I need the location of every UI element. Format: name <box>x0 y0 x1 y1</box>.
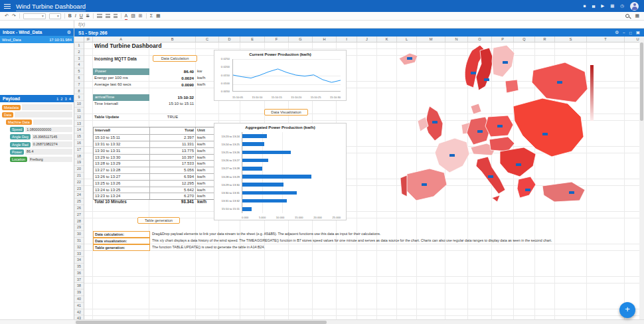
row-header[interactable]: 40 <box>74 296 84 303</box>
payload-tree-item[interactable]: Angle Rad 0.26871982274 <box>0 141 74 148</box>
row-header[interactable]: 14 <box>74 127 84 133</box>
column-header[interactable]: H <box>313 37 337 42</box>
payload-key-chip[interactable]: Power <box>10 149 24 155</box>
align-left-button[interactable] <box>97 14 102 18</box>
column-header[interactable]: S <box>555 37 587 42</box>
sheet-settings-gear-icon[interactable]: ⚙ <box>615 30 619 35</box>
depth-button[interactable]: 1 <box>56 97 58 101</box>
row-header[interactable]: 9 <box>74 94 84 101</box>
column-header[interactable]: A <box>93 37 149 42</box>
row-header[interactable]: 29 <box>74 224 84 231</box>
align-right-button[interactable] <box>114 14 118 18</box>
payload-key-chip[interactable]: Metadata <box>2 105 21 110</box>
strikethrough-button[interactable]: S <box>86 12 90 20</box>
column-header[interactable]: Q <box>514 37 535 42</box>
stop-icon[interactable]: ■ <box>584 0 586 12</box>
row-header[interactable]: 35 <box>74 264 84 270</box>
fill-color-button[interactable]: ▨ <box>131 12 135 20</box>
inbox-message-selected[interactable]: Wind_Data 17:10:31.984 <box>0 36 74 43</box>
italic-button[interactable]: I <box>75 12 76 20</box>
payload-tree-item[interactable]: Angle Deg 15.3965117145 <box>0 133 74 141</box>
payload-tree-item[interactable]: Data <box>0 111 74 118</box>
inbox-settings-gear-icon[interactable]: ⚙ <box>67 30 71 35</box>
column-header[interactable]: I <box>337 37 357 42</box>
sheet-grid[interactable]: Wind Turbine Dashboard Incoming MQTT Dat… <box>84 42 644 319</box>
column-header[interactable]: M <box>417 37 445 42</box>
payload-key-chip[interactable]: Angle Rad <box>10 142 31 147</box>
row-header[interactable]: 34 <box>74 257 84 264</box>
row-header[interactable]: 22 <box>74 179 84 186</box>
column-header[interactable]: L <box>397 37 417 42</box>
cell-name-box[interactable] <box>0 21 74 28</box>
column-header[interactable]: P <box>492 37 514 42</box>
row-header[interactable]: 2 <box>74 49 84 56</box>
column-header[interactable]: F <box>265 37 289 42</box>
column-header[interactable]: D <box>219 37 240 42</box>
data-calculation-button[interactable]: Data Calculation <box>153 55 197 62</box>
row-header[interactable]: 24 <box>74 192 84 199</box>
underline-button[interactable]: U <box>80 12 83 20</box>
payload-key-chip[interactable]: Machine Data <box>6 120 32 125</box>
view-grid-icon[interactable]: ▦ <box>635 12 639 20</box>
column-header[interactable]: T <box>587 37 625 42</box>
row-header[interactable]: 37 <box>74 277 84 284</box>
payload-key-chip[interactable]: Speed <box>10 127 24 132</box>
row-header[interactable]: 23 <box>74 186 84 193</box>
column-header[interactable]: K <box>377 37 397 42</box>
table-generation-button[interactable]: Table generation <box>137 217 180 224</box>
row-header[interactable]: 17 <box>74 147 84 153</box>
row-header[interactable]: 26 <box>74 205 84 212</box>
row-header[interactable]: 13 <box>74 121 84 127</box>
row-header[interactable]: 28 <box>74 218 84 225</box>
column-header[interactable]: N <box>445 37 468 42</box>
vertical-scrollbar[interactable] <box>639 37 644 319</box>
font-size-select[interactable]: ▾ <box>49 13 61 19</box>
pause-icon[interactable]: ▮▮ <box>592 0 596 12</box>
payload-tree-item[interactable]: Location Freiburg <box>0 155 74 163</box>
row-header[interactable]: 31 <box>74 238 84 244</box>
row-header[interactable]: 32 <box>74 244 84 251</box>
data-visualization-button[interactable]: Data Visualization <box>264 109 308 116</box>
row-header[interactable]: 25 <box>74 199 84 205</box>
menu-icon[interactable] <box>4 4 11 9</box>
row-header[interactable]: 38 <box>74 283 84 289</box>
row-header[interactable]: 21 <box>74 173 84 179</box>
row-header[interactable]: 7 <box>74 82 84 88</box>
row-header[interactable]: 20 <box>74 166 84 173</box>
row-header[interactable]: 1 <box>74 42 84 49</box>
insert-chart-button[interactable]: ▦ <box>156 12 161 20</box>
row-header[interactable]: 39 <box>74 289 84 296</box>
row-header[interactable]: 42 <box>74 309 84 316</box>
payload-tree-item[interactable]: Speed 1.08000000000 <box>0 126 74 133</box>
payload-tree-item[interactable]: Power 86.4 <box>0 148 74 155</box>
history-clock-icon[interactable]: ◷ <box>620 0 624 12</box>
row-header[interactable]: 27 <box>74 212 84 218</box>
borders-button[interactable]: ⊞ <box>139 12 143 20</box>
row-header[interactable]: 5 <box>74 68 84 75</box>
align-center-button[interactable] <box>106 14 110 18</box>
row-header[interactable]: 36 <box>74 270 84 277</box>
row-header[interactable]: 30 <box>74 231 84 238</box>
row-header[interactable]: 11 <box>74 108 84 114</box>
sum-button[interactable]: Σ <box>150 12 153 20</box>
row-header[interactable]: 18 <box>74 153 84 160</box>
minimize-icon[interactable]: − <box>623 31 625 35</box>
row-header[interactable]: 15 <box>74 133 84 140</box>
select-all-corner[interactable] <box>74 37 84 42</box>
column-header[interactable]: O <box>468 37 492 42</box>
row-header[interactable]: 3 <box>74 56 84 62</box>
add-fab-button[interactable]: + <box>619 302 635 318</box>
formula-input[interactable] <box>89 21 644 28</box>
horizontal-scroll-thumb[interactable] <box>76 321 327 324</box>
column-header[interactable]: B <box>149 37 196 42</box>
user-avatar[interactable] <box>630 2 639 11</box>
column-header[interactable]: C <box>196 37 219 42</box>
row-header[interactable]: 41 <box>74 303 84 309</box>
pin-window-icon[interactable]: ▣ <box>636 30 640 35</box>
payload-key-chip[interactable]: Angle Deg <box>10 134 31 139</box>
column-header[interactable]: G <box>289 37 313 42</box>
depth-button[interactable]: 3 <box>65 97 67 101</box>
vertical-scroll-thumb[interactable] <box>640 42 643 121</box>
row-header[interactable]: 16 <box>74 140 84 147</box>
payload-key-chip[interactable]: Location <box>10 157 27 162</box>
